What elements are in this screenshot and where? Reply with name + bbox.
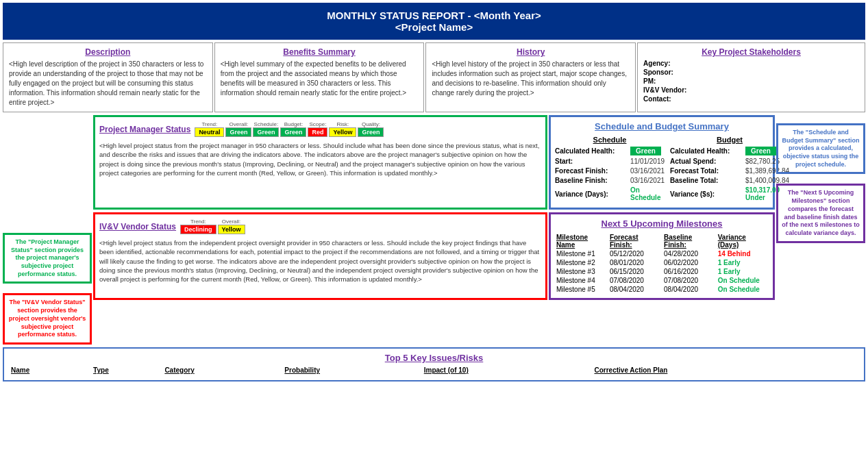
sb-budget-col: Budget Calculated Health: Green Actual S…	[670, 136, 789, 203]
sb-schedule-data-row: Baseline Finish: 03/16/2021	[555, 177, 665, 184]
sb-budget-rows: Actual Spend: $82,780.25Forecast Total: …	[670, 158, 789, 201]
issues-row	[8, 375, 860, 376]
stakeholder-value	[694, 77, 698, 85]
sb-schedule-data-row: Forecast Finish: 03/16/2021	[555, 167, 665, 175]
milestone-row: Milestone #5 08/04/2020 08/04/2020 On Sc…	[555, 285, 769, 294]
badge-value: Green	[225, 127, 251, 137]
center-top-row: Project Manager Status Trend: NeutralOve…	[93, 115, 775, 210]
pm-annotation-box: The "Project Manager Status" section pro…	[3, 233, 92, 284]
stakeholder-label: Sponsor:	[643, 68, 691, 76]
badge-label: Budget:	[284, 121, 303, 127]
issue-plan	[591, 375, 860, 376]
issues-col-header: Name	[8, 366, 90, 375]
issue-category	[162, 375, 282, 376]
sb-row-value: 11/01/2019	[630, 158, 665, 165]
ivv-status-text: <High level project status from the inde…	[99, 238, 541, 284]
issues-table: NameTypeCategoryProbabilityImpact (of 10…	[8, 366, 860, 376]
header-bar: MONTHLY STATUS REPORT - <Month Year> <Pr…	[3, 3, 865, 40]
pm-badge-group: Schedule: Green	[253, 121, 279, 137]
milestone-forecast: 08/01/2020	[608, 258, 662, 267]
ivv-badges: Trend: DecliningOverall: Yellow	[180, 218, 245, 234]
history-cell: History <High level history of the proje…	[425, 42, 636, 112]
milestone-header-row: Milestone NameForecast Finish:Baseline F…	[555, 233, 769, 249]
pm-badges: Trend: NeutralOverall: GreenSchedule: Gr…	[195, 121, 384, 137]
issues-header-row: NameTypeCategoryProbabilityImpact (of 10…	[8, 366, 860, 375]
milestone-baseline: 06/02/2020	[662, 258, 717, 267]
pm-status-box: Project Manager Status Trend: NeutralOve…	[93, 115, 547, 210]
milestone-baseline: 07/08/2020	[662, 276, 717, 285]
sb-row-label: Forecast Finish:	[555, 167, 630, 175]
milestone-variance: 1 Early	[717, 258, 769, 267]
milestone-col-header: Variance (Days)	[717, 233, 769, 249]
schedule-budget-box: Schedule and Budget Summary Schedule Cal…	[549, 115, 775, 210]
milestone-col-header: Milestone Name	[555, 233, 608, 249]
ivv-badge-group: Trend: Declining	[180, 218, 216, 234]
milestone-name: Milestone #2	[555, 258, 608, 267]
milestone-variance: 1 Early	[717, 267, 769, 276]
milestone-row: Milestone #2 08/01/2020 06/02/2020 1 Ear…	[555, 258, 769, 267]
badge-label: Schedule:	[254, 121, 279, 127]
milestone-col-header: Forecast Finish:	[608, 233, 662, 249]
sb-budget-data-row: Baseline Total: $1,400,009.84	[670, 177, 789, 184]
issues-col-header: Type	[90, 366, 162, 375]
milestone-forecast: 08/04/2020	[608, 285, 662, 294]
header-line1: MONTHLY STATUS REPORT - <Month Year>	[5, 10, 863, 21]
stakeholder-row: Contact:	[643, 95, 859, 103]
sb-row-label: Start:	[555, 158, 630, 165]
badge-value: Green	[280, 127, 306, 137]
stakeholder-label: PM:	[643, 77, 691, 85]
issues-col-header: Impact (of 10)	[421, 366, 592, 375]
center-bottom-row: IV&V Vendor Status Trend: DecliningOvera…	[93, 211, 775, 300]
sb-row-label: Variance (Days):	[555, 190, 630, 198]
ivv-title: IV&V Vendor Status	[99, 222, 176, 232]
stakeholders-title: Key Project Stakeholders	[643, 47, 859, 57]
milestone-name: Milestone #5	[555, 285, 608, 294]
badge-label: Risk:	[337, 121, 349, 127]
milestone-name: Milestone #4	[555, 276, 608, 285]
milestone-variance: On Schedule	[717, 285, 769, 294]
sb-budget-row-value: $82,780.25	[745, 158, 780, 165]
milestone-variance: On Schedule	[717, 276, 769, 285]
sb-annotation-box: The "Schedule and Budget Summary" sectio…	[776, 123, 865, 174]
pm-badge-group: Overall: Green	[225, 121, 251, 137]
pm-badge-group: Budget: Green	[280, 121, 306, 137]
sb-schedule-rows: Start: 11/01/2019Forecast Finish: 03/16/…	[555, 158, 665, 201]
sb-budget-health-row: Calculated Health: Green	[670, 147, 789, 155]
issues-col-header: Category	[162, 366, 282, 375]
badge-label: Quality:	[362, 121, 380, 127]
sb-row-value: 03/16/2021	[630, 177, 665, 184]
milestone-forecast: 07/08/2020	[608, 276, 662, 285]
stakeholder-label: IV&V Vendor:	[643, 86, 691, 94]
milestone-name: Milestone #1	[555, 249, 608, 258]
milestone-baseline: 06/16/2020	[662, 267, 717, 276]
milestone-forecast: 05/12/2020	[608, 249, 662, 258]
issues-col-header: Probability	[282, 366, 421, 375]
milestone-body: Milestone #1 05/12/2020 04/28/2020 14 Be…	[555, 249, 769, 294]
history-title: History	[432, 47, 630, 57]
sb-budget-row-label: Forecast Total:	[670, 167, 745, 175]
sb-budget-col-title: Budget	[670, 136, 789, 144]
sb-budget-health-val: Green	[745, 147, 776, 155]
issues-col-header: Corrective Action Plan	[591, 366, 860, 375]
milestone-baseline: 04/28/2020	[662, 249, 717, 258]
issue-impact	[421, 375, 592, 376]
milestone-table: Milestone NameForecast Finish:Baseline F…	[555, 233, 769, 294]
milestone-name: Milestone #3	[555, 267, 608, 276]
pm-status-title: Project Manager Status	[99, 125, 190, 134]
stakeholders-cell: Key Project Stakeholders Agency: Sponsor…	[637, 42, 865, 112]
sb-schedule-data-row: Variance (Days): On Schedule	[555, 186, 665, 201]
description-cell: Description <High level description of t…	[3, 42, 213, 112]
milestone-row: Milestone #3 06/15/2020 06/16/2020 1 Ear…	[555, 267, 769, 276]
sb-row-value: On Schedule	[630, 186, 665, 201]
badge-label: Trend:	[190, 218, 206, 225]
sb-row-value: 03/16/2021	[630, 167, 665, 175]
stakeholder-value	[694, 95, 698, 103]
badge-label: Overall:	[230, 121, 249, 127]
stakeholders-rows: Agency: Sponsor: PM: IV&V Vendor: Contac…	[643, 60, 859, 103]
sb-budget-data-row: Variance ($s): $10,317.00 Under	[670, 186, 789, 201]
pm-badge-group: Scope: Red	[308, 121, 327, 137]
sb-schedule-health-row: Calculated Health: Green	[555, 147, 665, 155]
header-line2: <Project Name>	[5, 21, 863, 33]
sb-row-label: Baseline Finish:	[555, 177, 630, 184]
pm-status-header: Project Manager Status Trend: NeutralOve…	[99, 121, 541, 137]
